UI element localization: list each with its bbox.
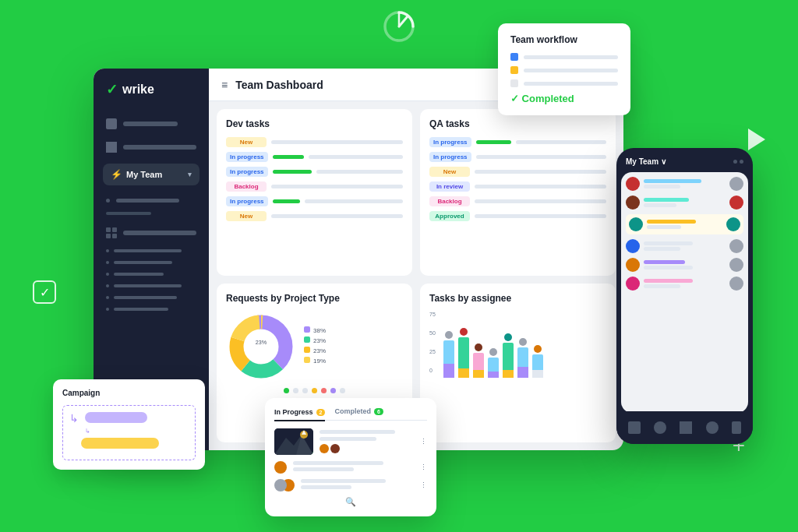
phone-line-group-6	[644, 279, 726, 288]
bar-seg-2b	[458, 368, 469, 378]
simple-line-2a	[301, 479, 386, 483]
donut-label-4: 19%	[304, 357, 326, 365]
simple-av-2a	[274, 479, 287, 491]
bottom-dots	[226, 388, 403, 393]
bar-avatar-5	[504, 333, 512, 341]
dev-progress-3	[273, 170, 312, 174]
dot-green	[284, 388, 289, 393]
sidebar-text-1	[123, 122, 178, 126]
bar-avatar-7	[534, 345, 542, 353]
dev-line-4	[271, 185, 403, 188]
phone-line-3b	[647, 225, 681, 229]
bar-group-4	[488, 348, 499, 378]
dev-line-2	[309, 155, 403, 159]
phone-row-2	[626, 196, 743, 210]
bar-seg-7b	[532, 370, 543, 378]
bar-group-3	[473, 344, 484, 378]
phone-avatar-right-5	[729, 258, 743, 272]
phone-row-5	[626, 258, 743, 272]
y-label-50: 50	[429, 330, 436, 336]
play-icon[interactable]	[748, 129, 765, 150]
mountain-svg	[274, 428, 313, 455]
simple-av-1	[274, 461, 287, 474]
phone-avatar-4	[626, 239, 640, 253]
phone-avatar-1	[626, 177, 640, 191]
sidebar-icon-1	[106, 118, 117, 129]
y-labels: 75 50 25 0	[429, 312, 436, 374]
dev-line-3	[316, 170, 403, 174]
phone-nav-1[interactable]	[628, 421, 641, 434]
my-team-button[interactable]: ⚡ My Team ▾	[103, 164, 200, 185]
checkbox-icon[interactable]: ✓	[33, 280, 56, 304]
progress-line-1	[320, 430, 395, 434]
dot-yellow	[312, 388, 317, 393]
tab-in-progress[interactable]: In Progress 2	[274, 407, 325, 421]
phone-line-1b	[644, 185, 680, 188]
tab-completed[interactable]: Completed 6	[334, 407, 383, 415]
sidebar-row-grid[interactable]	[94, 223, 209, 243]
bar-avatar-3	[475, 344, 482, 351]
gantt-bar-purple	[85, 412, 147, 423]
phone-line-4a	[644, 241, 693, 245]
chart-icon	[382, 9, 416, 51]
progress-icon-1: ⋮	[420, 438, 427, 446]
hamburger-icon[interactable]: ≡	[221, 79, 228, 91]
search-bottom[interactable]: 🔍	[274, 497, 427, 507]
bar-seg-2a	[458, 337, 469, 368]
workflow-dot-gray	[510, 79, 518, 87]
dev-task-5: In progress	[226, 196, 403, 206]
phone-mockup: My Team ∨	[616, 148, 753, 444]
sidebar-list-5[interactable]	[94, 293, 209, 302]
phone-line-group-3	[647, 220, 722, 229]
dev-badge-6: New	[226, 211, 267, 221]
dev-task-4: Backlog	[226, 181, 403, 192]
in-progress-label: In Progress	[274, 408, 313, 416]
bar-seg-1a	[443, 340, 454, 364]
sidebar-item-1[interactable]	[94, 195, 209, 206]
sidebar-text-grid	[123, 231, 196, 235]
sidebar-list-1[interactable]	[94, 246, 209, 255]
sidebar-list-2[interactable]	[94, 258, 209, 267]
sidebar-logo: ✓ wrike	[94, 81, 209, 98]
bar-seg-4b	[488, 372, 499, 378]
sidebar-sep-line	[106, 212, 151, 215]
sidebar-row-1[interactable]	[94, 114, 209, 134]
bar-avatar-1	[445, 331, 453, 339]
sidebar-icon-2	[106, 142, 117, 153]
bar-seg-3a	[473, 353, 484, 370]
phone-topbar: My Team ∨	[621, 154, 748, 172]
phone-line-5a	[644, 260, 685, 264]
in-progress-count: 2	[316, 409, 326, 416]
phone-line-group-2	[644, 198, 726, 207]
phone-line-2a	[644, 198, 689, 202]
sidebar-list-4[interactable]	[94, 281, 209, 291]
progress-icon-2: ⋮	[420, 463, 427, 471]
gantt-arrow-2: ↳	[85, 428, 189, 435]
sidebar-list-6[interactable]	[94, 305, 209, 314]
topbar-title: Team Dashboard	[235, 79, 538, 91]
qa-tasks-title: QA tasks	[429, 118, 606, 129]
phone-nav-2[interactable]	[654, 421, 666, 434]
campaign-title: Campaign	[62, 389, 196, 397]
phone-avatar-2	[626, 196, 640, 210]
phone-avatar-right-2	[729, 196, 743, 210]
phone-nav-3[interactable]	[680, 421, 692, 434]
nav-line-1	[116, 199, 179, 203]
phone-avatar-right-3	[726, 217, 740, 231]
qa-line-5	[475, 199, 606, 203]
y-label-75: 75	[429, 312, 436, 317]
phone-nav-5[interactable]	[732, 421, 741, 434]
assignee-title: Tasks by assignee	[429, 293, 606, 304]
completed-count: 6	[374, 408, 383, 415]
phone-avatar-3	[629, 217, 643, 231]
simple-line-1b	[293, 467, 354, 471]
team-workflow-popup: Team workflow ✓ Completed	[498, 23, 630, 115]
bar-seg-7a	[532, 354, 543, 370]
svg-line-0	[399, 16, 408, 26]
dot-purple	[330, 388, 336, 393]
sidebar-row-2[interactable]	[94, 137, 209, 157]
sidebar-list-3[interactable]	[94, 270, 209, 279]
workflow-line-2	[524, 69, 618, 72]
qa-task-3: New	[429, 167, 606, 177]
phone-nav-4[interactable]	[706, 421, 719, 434]
